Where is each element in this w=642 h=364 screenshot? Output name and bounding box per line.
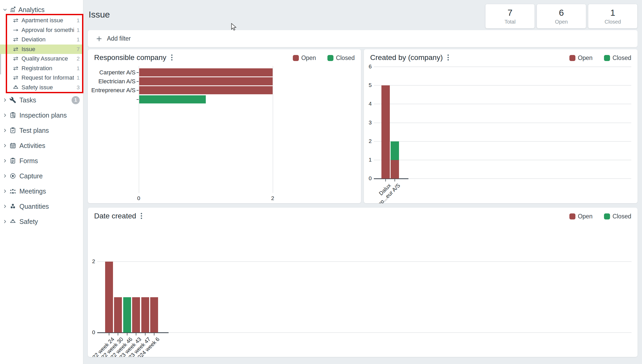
chevron-right-icon[interactable] [2, 143, 8, 148]
item-count: 1 [77, 75, 80, 81]
sidebar-item-label: Registration [21, 65, 52, 72]
sidebar-item-analytics[interactable]: Analytics [0, 5, 83, 15]
chevron-down-icon[interactable] [2, 7, 8, 13]
cubes-icon [9, 203, 16, 210]
sidebar-item-label: Quantities [19, 203, 49, 210]
meetings-icon [9, 188, 16, 195]
stats-cards: 7 Total 6 Open 1 Closed [485, 4, 637, 28]
item-count: 7 [77, 46, 80, 52]
stat-card-open: 6 Open [537, 4, 586, 28]
sidebar-item-inspection-plans[interactable]: Inspection plans [0, 108, 83, 123]
bar-open-entrepreneur-a-s[interactable] [139, 86, 273, 94]
add-filter-button[interactable]: Add filter [96, 35, 131, 42]
sidebar-item-quality-assurance[interactable]: Quality Assurance2 [0, 54, 83, 64]
sidebar-sections: Tasks1Inspection plansTest plansActiviti… [0, 92, 83, 229]
x-gridline [273, 66, 273, 193]
x-tick [127, 333, 127, 335]
x-tick [385, 179, 386, 181]
sidebar-item-label: Approval for something [21, 27, 74, 34]
wrench-icon [9, 97, 16, 103]
bar-open-2022-week-30[interactable] [114, 297, 122, 333]
x-tick [154, 333, 154, 335]
y-tick-label: 2 [364, 138, 372, 144]
sidebar-item-meetings[interactable]: Meetings [0, 184, 83, 199]
bar-open-entrep-eur-a-s[interactable] [391, 160, 399, 179]
chevron-right-icon[interactable] [2, 97, 8, 103]
bar-open-2023-week-43[interactable] [132, 297, 140, 333]
y-gridline [374, 85, 631, 86]
bar-open-dalux[interactable] [381, 85, 390, 179]
item-count: 1 [77, 36, 80, 43]
sidebar-item-issue[interactable]: Issue7 [0, 45, 83, 54]
sidebar-item-label: Tasks [19, 96, 36, 104]
item-count: 3 [77, 84, 80, 91]
exchange-arrows-icon [13, 65, 19, 71]
bar-open-2023-week-47[interactable] [141, 297, 149, 333]
bar-open-2022-week-24[interactable] [105, 262, 113, 333]
sidebar-item-approval-for-something[interactable]: Approval for something1 [0, 25, 83, 35]
x-tick [118, 333, 118, 335]
sidebar-item-activities[interactable]: Activities [0, 138, 83, 153]
bar-closed-entrep-eur-a-s[interactable] [391, 141, 399, 160]
y-gridline [97, 261, 632, 262]
x-tick-label: 2 [267, 195, 278, 201]
sidebar-item-safety[interactable]: Safety [0, 214, 83, 229]
sidebar-item-safety-issue[interactable]: Safety issue3 [0, 83, 83, 92]
sidebar-item-label: Safety [19, 218, 38, 225]
y-gridline [374, 104, 631, 104]
sidebar-item-capture[interactable]: Capture [0, 168, 83, 184]
y-tick [137, 90, 139, 91]
clipboard-search-icon [9, 112, 16, 119]
bar-closed-2022-week-46[interactable] [123, 297, 131, 333]
stat-card-closed: 1 Closed [588, 4, 637, 28]
sidebar-item-label: Deviation [21, 36, 46, 43]
x-tick [145, 333, 145, 335]
calendar-icon [9, 142, 16, 149]
y-tick [137, 72, 139, 73]
y-tick-label: 3 [364, 119, 372, 126]
clipboard-check-icon [9, 127, 16, 134]
sidebar-item-label: Analytics [18, 6, 45, 14]
date-created-chart: 022022 week 242022 week 302022 week 4620… [88, 208, 638, 357]
sidebar-item-label: Activities [19, 142, 45, 150]
notification-badge: 1 [72, 96, 80, 104]
category-label: Electrician A/S [88, 78, 136, 85]
sidebar-item-test-plans[interactable]: Test plans [0, 123, 83, 138]
sidebar-item-request-for-information[interactable]: Request for Information1 [0, 73, 83, 83]
page-title: Issue [89, 9, 110, 20]
chevron-right-icon[interactable] [2, 188, 8, 194]
sidebar-item-forms[interactable]: Forms [0, 153, 83, 168]
x-tick-label: 0 [133, 195, 144, 201]
stat-label: Closed [605, 19, 621, 25]
chevron-right-icon[interactable] [2, 173, 8, 179]
chevron-right-icon[interactable] [2, 219, 8, 224]
sidebar-item-registration[interactable]: Registration1 [0, 64, 83, 73]
y-gridline [374, 67, 631, 67]
sidebar-item-label: Issue [21, 46, 35, 53]
y-gridline [374, 141, 631, 142]
sidebar-item-apartment-issue[interactable]: Apartment issue1 [0, 16, 83, 25]
sidebar-item-quantities[interactable]: Quantities [0, 199, 83, 214]
stat-label: Total [504, 19, 515, 25]
bar-closed-row3[interactable] [139, 95, 206, 103]
chevron-right-icon[interactable] [2, 158, 8, 164]
chevron-right-icon[interactable] [2, 112, 8, 118]
sidebar-item-deviation[interactable]: Deviation1 [0, 35, 83, 45]
bar-open-2024-week-6[interactable] [150, 297, 158, 333]
scrollbar-thumb[interactable] [0, 54, 1, 74]
sidebar-item-label: Quality Assurance [21, 55, 68, 62]
y-tick-label: 5 [364, 82, 372, 88]
chevron-right-icon[interactable] [2, 128, 8, 133]
panel-responsible-company: Responsible company Open Closed 02Carpen… [88, 49, 361, 203]
sidebar-item-label: Test plans [19, 127, 49, 134]
sidebar-item-label: Request for Information [21, 74, 74, 81]
y-gridline [97, 332, 632, 333]
bar-open-carpenter-a-s[interactable] [139, 68, 273, 76]
bar-open-electrician-a-s[interactable] [139, 77, 273, 85]
sidebar-item-label: Meetings [19, 187, 46, 195]
stat-label: Open [555, 19, 568, 25]
item-count: 2 [77, 56, 80, 62]
item-count: 1 [77, 27, 80, 33]
chevron-right-icon[interactable] [2, 203, 8, 209]
sidebar-item-tasks[interactable]: Tasks1 [0, 92, 83, 108]
